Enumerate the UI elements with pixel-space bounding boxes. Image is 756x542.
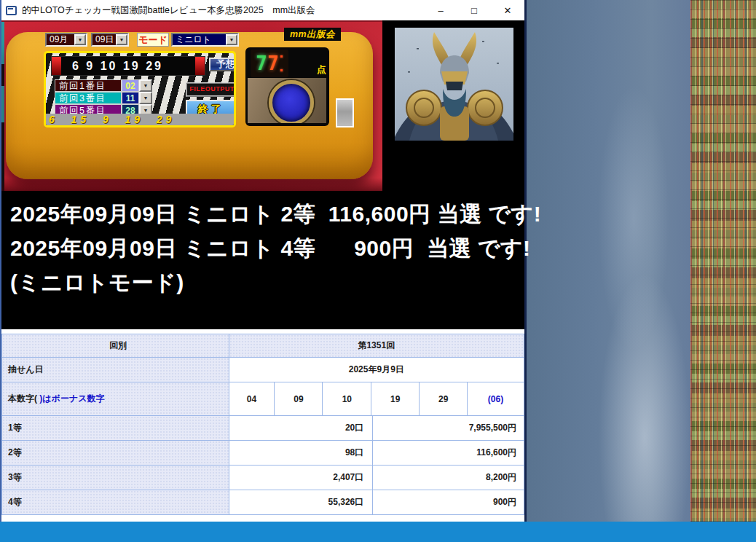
mode-announcement-line: (ミニロトモード) bbox=[10, 268, 184, 298]
draw-date-value: 2025年9月9日 bbox=[229, 358, 524, 382]
publisher-badge: mm出版会 bbox=[284, 28, 341, 41]
bonus-number-cell: (06) bbox=[468, 382, 524, 416]
table-row: 回別 第1351回 bbox=[2, 334, 524, 358]
mode-value: ミニロト bbox=[173, 34, 226, 45]
file-output-button[interactable]: FILEOUTPUT bbox=[186, 82, 236, 97]
chevron-down-icon[interactable]: ▼ bbox=[139, 79, 152, 92]
maximize-button[interactable]: □ bbox=[457, 1, 491, 20]
prize-rank: 3等 bbox=[2, 466, 229, 490]
prize-count: 2,407口 bbox=[229, 466, 374, 490]
chevron-down-icon[interactable]: ▼ bbox=[74, 34, 86, 45]
number-cell: 04 bbox=[229, 382, 275, 416]
month-value: 09月 bbox=[47, 34, 74, 45]
mode-label: モード bbox=[137, 33, 169, 47]
round-value: 第1351回 bbox=[229, 334, 524, 358]
prize-amount: 8,200円 bbox=[373, 466, 524, 490]
prize-count: 20口 bbox=[229, 416, 374, 441]
picked-numbers-strip: 6 15 9 19 29 bbox=[46, 114, 234, 125]
prize-amount: 116,600円 bbox=[373, 441, 524, 466]
prize-rank: 2等 bbox=[2, 441, 229, 466]
predict-button[interactable]: 予想 bbox=[209, 58, 236, 71]
chevron-down-icon[interactable]: ▼ bbox=[116, 34, 127, 45]
blue-ring-photo bbox=[248, 78, 326, 123]
meter-panel: 7 7 点 bbox=[245, 47, 329, 126]
prev3-value[interactable]: 11 bbox=[122, 92, 139, 104]
results-table-area: 回別 第1351回 抽せん日 2025年9月9日 本数字( )はボーナス数字 0… bbox=[1, 329, 524, 522]
prev1-value[interactable]: 02 bbox=[122, 79, 139, 92]
device-photo: 09月 ▼ 09日 ▼ モード ミニロト ▼ mm出版会 6 9 10 19 2… bbox=[1, 20, 382, 191]
day-dropdown[interactable]: 09日 ▼ bbox=[91, 33, 129, 47]
photo-edge-strips bbox=[1, 22, 4, 191]
main-numbers-label-black: 本数字( bbox=[8, 393, 37, 405]
round-header: 回別 bbox=[2, 334, 229, 358]
led-digit-red: 7 bbox=[267, 52, 279, 74]
prize-amount: 900円 bbox=[373, 490, 524, 515]
window-title: 的中LOTOチェッカー戦国激闘battleレビュー本多忠勝2025 mm出版会 bbox=[22, 4, 315, 17]
control-panel: 6 9 10 19 29 予想 前回1番目 02 ▼ 前回3番目 11 ▼ 前回… bbox=[44, 51, 236, 127]
chevron-down-icon[interactable]: ▼ bbox=[226, 34, 237, 45]
day-value: 09日 bbox=[92, 34, 116, 45]
title-bar: 的中LOTOチェッカー戦国激闘battleレビュー本多忠勝2025 mm出版会 … bbox=[1, 0, 524, 20]
app-icon bbox=[6, 6, 17, 15]
month-dropdown[interactable]: 09月 ▼ bbox=[45, 33, 87, 47]
minimize-button[interactable]: – bbox=[424, 1, 457, 20]
number-cell: 09 bbox=[275, 382, 323, 416]
draw-date-label: 抽せん日 bbox=[2, 358, 229, 382]
prev-number-row: 前回1番目 02 ▼ bbox=[55, 79, 152, 92]
main-numbers-label: 本数字( )はボーナス数字 bbox=[2, 382, 229, 416]
table-row: 2等 98口 116,600円 bbox=[2, 441, 524, 466]
results-table: 回別 第1351回 抽せん日 2025年9月9日 本数字( )はボーナス数字 0… bbox=[1, 334, 524, 515]
chevron-down-icon[interactable]: ▼ bbox=[139, 92, 152, 104]
winning-numbers-text: 6 9 10 19 29 bbox=[72, 60, 163, 73]
stamp-image bbox=[336, 98, 354, 127]
table-row: 本数字( )はボーナス数字 04 09 10 19 29 (06) bbox=[2, 382, 524, 416]
table-row: 3等 2,407口 8,200円 bbox=[2, 466, 524, 490]
table-row: 4等 55,326口 900円 bbox=[2, 490, 524, 515]
table-row: 1等 20口 7,955,500円 bbox=[2, 416, 524, 441]
warrior-artwork-image bbox=[395, 28, 513, 141]
prize-count: 98口 bbox=[229, 441, 374, 466]
number-cell: 10 bbox=[323, 382, 371, 416]
main-numbers-label-blue: )はボーナス数字 bbox=[37, 393, 104, 405]
prize-rank: 4等 bbox=[2, 490, 229, 515]
picked-numbers-text: 6 15 9 19 29 bbox=[49, 114, 175, 125]
glitch-noise-column bbox=[690, 0, 756, 542]
taskbar bbox=[0, 522, 756, 542]
led-colon-dots bbox=[280, 55, 283, 71]
close-button[interactable]: ✕ bbox=[491, 1, 524, 20]
number-cell: 19 bbox=[371, 382, 420, 416]
prize-count: 55,326口 bbox=[229, 490, 374, 515]
number-cell: 29 bbox=[420, 382, 468, 416]
win-announcement-line2: 2025年09月09日 ミニロト 4等 900円 当選 です! bbox=[10, 234, 531, 264]
led-score-display: 7 7 bbox=[251, 50, 288, 77]
point-label: 点 bbox=[317, 63, 326, 76]
prev-number-row: 前回3番目 11 ▼ bbox=[55, 92, 152, 104]
prev3-label: 前回3番目 bbox=[55, 92, 122, 104]
mode-dropdown[interactable]: ミニロト ▼ bbox=[171, 33, 239, 47]
table-row: 抽せん日 2025年9月9日 bbox=[2, 358, 524, 382]
win-announcement-line1: 2025年09月09日 ミニロト 2等 116,600円 当選 です! bbox=[10, 200, 541, 229]
led-digit-green: 7 bbox=[256, 52, 267, 74]
winning-numbers-display: 6 9 10 19 29 bbox=[51, 56, 205, 76]
prev1-label: 前回1番目 bbox=[55, 79, 122, 92]
prize-amount: 7,955,500円 bbox=[373, 416, 524, 441]
prize-rank: 1等 bbox=[2, 416, 229, 441]
